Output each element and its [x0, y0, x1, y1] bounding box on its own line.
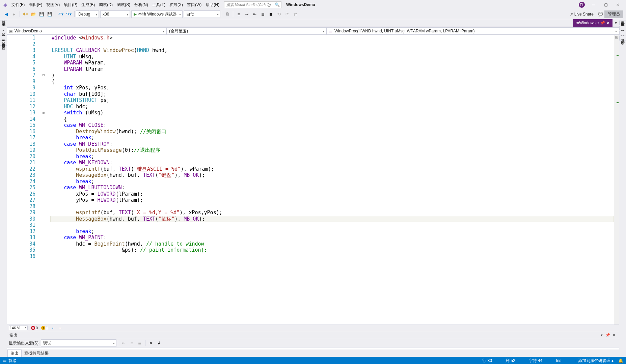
code-line-6[interactable]: 6 LPARAM lParam	[7, 66, 614, 73]
code-line-21[interactable]: 21 case WM_KEYDOWN:	[7, 160, 614, 166]
code-line-8[interactable]: 8{	[7, 79, 614, 85]
auto-dropdown[interactable]: 自动	[184, 10, 220, 18]
code-line-13[interactable]: 13⊟ switch (uMsg)	[7, 110, 614, 116]
code-line-25[interactable]: 25 case WM_LBUTTONDOWN:	[7, 185, 614, 191]
output-source-dropdown[interactable]: 调试	[41, 339, 116, 347]
save-all-button[interactable]: 💾	[46, 10, 53, 18]
code-line-33[interactable]: 33 case WM_PAINT:	[7, 234, 614, 241]
nav-project-dropdown[interactable]: ▣ WindowsDemo	[7, 27, 167, 35]
live-share-button[interactable]: ↗ Live Share	[570, 12, 594, 17]
code-line-24[interactable]: 24 break;	[7, 178, 614, 185]
code-line-32[interactable]: 32 break;	[7, 228, 614, 235]
maximize-button[interactable]: ▢	[600, 1, 612, 9]
code-line-20[interactable]: 20 break;	[7, 153, 614, 160]
menu-build[interactable]: 生成(B)	[79, 1, 97, 8]
code-line-17[interactable]: 17 break;	[7, 135, 614, 141]
code-line-23[interactable]: 23 MessageBox(hwnd, buf, TEXT("键盘"), MB_…	[7, 172, 614, 178]
platform-dropdown[interactable]: x86	[100, 10, 130, 18]
open-file-button[interactable]: 📂	[30, 10, 37, 18]
overview-ruler[interactable]: ⊞	[614, 35, 619, 325]
left-tab-solution-explorer[interactable]: 解决方案资源管理器	[0, 21, 7, 25]
output-close-button[interactable]: ✕	[611, 332, 617, 338]
code-line-18[interactable]: 18 case WM_DESTROY:	[7, 141, 614, 147]
code-line-2[interactable]: 2	[7, 41, 614, 48]
left-tab-class-view[interactable]: 类视图	[0, 26, 7, 30]
tool-btn-4[interactable]: ⇤	[251, 10, 258, 18]
code-line-35[interactable]: 35 &ps); // paint information);	[7, 247, 614, 253]
quick-search[interactable]: 🔍	[224, 1, 281, 8]
output-tool-2[interactable]: ≡	[128, 339, 135, 347]
right-tab-properties[interactable]: 属性	[619, 31, 626, 35]
code-line-27[interactable]: 27 yPos = HIWORD(lParam);	[7, 197, 614, 203]
code-line-4[interactable]: 4 UINT uMsg,	[7, 54, 614, 60]
tab-close-icon[interactable]: ✕	[606, 21, 610, 25]
menu-window[interactable]: 窗口(W)	[185, 1, 203, 8]
tool-btn-2[interactable]: ≡	[235, 10, 242, 18]
output-tool-1[interactable]: ⇤	[120, 339, 127, 347]
output-text[interactable]	[7, 347, 619, 349]
code-line-36[interactable]: 36	[7, 253, 614, 260]
tool-btn-7[interactable]: ⟲	[275, 10, 283, 18]
code-line-34[interactable]: 34 hdc = BeginPaint(hwnd, // handle to w…	[7, 241, 614, 247]
code-line-29[interactable]: 29 wsprintf(buf, TEXT("X = %d,Y = %d"), …	[7, 209, 614, 216]
tool-btn-1[interactable]: ⎘	[224, 10, 231, 18]
tool-btn-5[interactable]: ≣	[259, 10, 267, 18]
nav-member-dropdown[interactable]: ☰ WindowProc(HWND hwnd, UINT uMsg, WPARA…	[327, 27, 619, 35]
nav-back-button[interactable]: ◀	[2, 10, 10, 18]
menu-view[interactable]: 视图(V)	[44, 1, 62, 8]
right-tab-toolbox[interactable]: 工具箱	[619, 26, 626, 30]
code-line-9[interactable]: 9 int xPos, yPos;	[7, 85, 614, 91]
user-avatar[interactable]: TL	[579, 2, 585, 8]
prev-issue-button[interactable]: ←	[51, 326, 55, 330]
code-line-15[interactable]: 15 case WM_CLOSE:	[7, 122, 614, 129]
feedback-button[interactable]: 💬	[597, 10, 604, 18]
left-tab-team-explorer[interactable]: 团队资源管理器	[0, 41, 7, 46]
code-line-28[interactable]: 28	[7, 203, 614, 210]
config-dropdown[interactable]: Debug	[76, 10, 99, 18]
new-item-button[interactable]: ✸▾	[22, 10, 29, 18]
fold-toggle[interactable]: ⊟	[40, 110, 47, 116]
menu-help[interactable]: 帮助(H)	[203, 1, 221, 8]
code-line-31[interactable]: 31	[7, 222, 614, 228]
split-icon[interactable]: ⊞	[614, 35, 619, 39]
output-tool-3[interactable]: ≣	[136, 339, 143, 347]
tab-list-button[interactable]: ▾	[613, 19, 619, 27]
output-clear-button[interactable]: ✕	[147, 339, 155, 347]
menu-project[interactable]: 项目(P)	[62, 1, 79, 8]
undo-button[interactable]: ↶▾	[57, 10, 64, 18]
right-tab-diagnostics[interactable]: 诊断工具	[619, 36, 626, 40]
status-source-control[interactable]: ↑ 添加到源代码管理 ▴	[575, 358, 614, 364]
right-tab-server-explorer[interactable]: 服务器资源管理器	[619, 21, 626, 25]
code-line-11[interactable]: 11 PAINTSTRUCT ps;	[7, 97, 614, 104]
error-count[interactable]: ✕ 0	[31, 326, 38, 330]
output-dropdown-button[interactable]: ▾	[599, 332, 604, 338]
menu-edit[interactable]: 编辑(E)	[27, 1, 44, 8]
code-line-30[interactable]: 30 MessageBox(hwnd, buf, TEXT("鼠标"), MB_…	[7, 216, 614, 222]
code-line-12[interactable]: 12 HDC hdc;	[7, 104, 614, 110]
nav-forward-button[interactable]: ▸	[10, 10, 18, 18]
warning-count[interactable]: ! 1	[41, 326, 48, 330]
code-editor[interactable]: 1#include <windows.h>23LRESULT CALLBACK …	[7, 35, 619, 325]
code-line-5[interactable]: 5 WPARAM wParam,	[7, 60, 614, 66]
menu-extensions[interactable]: 扩展(X)	[167, 1, 185, 8]
output-pin-button[interactable]: 📌	[605, 332, 610, 338]
start-debug-button[interactable]: ▶ 本地 Windows 调试器	[131, 10, 183, 18]
next-issue-button[interactable]: →	[58, 326, 62, 330]
zoom-dropdown[interactable]: 146 %	[9, 326, 28, 330]
minimize-button[interactable]: ─	[588, 1, 600, 9]
tool-btn-6[interactable]: ◼	[267, 10, 275, 18]
bottom-tab-output[interactable]: 输出	[7, 349, 22, 357]
code-line-22[interactable]: 22 wsprintf(buf, TEXT("键盘ASCII = %d"), w…	[7, 166, 614, 172]
admin-badge[interactable]: 管理员	[604, 10, 623, 18]
code-line-10[interactable]: 10 char buf[100];	[7, 91, 614, 97]
save-button[interactable]: 💾	[38, 10, 45, 18]
nav-scope-dropdown[interactable]: (全局范围)	[167, 27, 327, 35]
menu-analyze[interactable]: 分析(N)	[132, 1, 150, 8]
quick-search-input[interactable]	[226, 2, 280, 7]
redo-button[interactable]: ↷▾	[65, 10, 73, 18]
output-wrap-button[interactable]: ↲	[155, 339, 163, 347]
tool-btn-9[interactable]: ⇄	[292, 10, 299, 18]
menu-debug[interactable]: 调试(D)	[97, 1, 115, 8]
bottom-tab-find[interactable]: 查找符号结果	[22, 350, 51, 357]
code-line-14[interactable]: 14 {	[7, 116, 614, 122]
